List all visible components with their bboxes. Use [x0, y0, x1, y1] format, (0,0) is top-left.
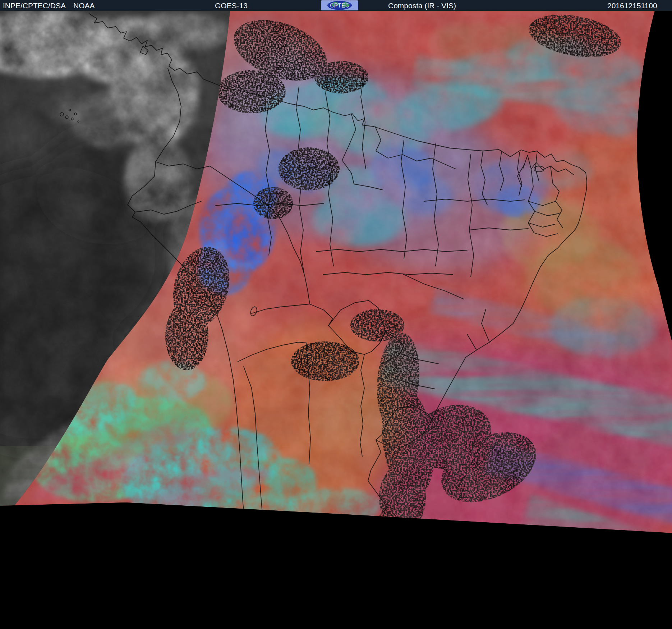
satellite-viewer: INPE/CPTEC/DSA NOAA GOES-13 Composta (IR…	[0, 0, 672, 629]
cptec-logo: CPTEC	[321, 0, 358, 10]
noaa-label: NOAA	[73, 0, 95, 11]
satellite-image	[0, 0, 672, 629]
product-label: Composta (IR - VIS)	[388, 0, 456, 11]
timestamp-label: 201612151100	[607, 0, 657, 11]
satellite-label: GOES-13	[215, 0, 248, 11]
cptec-logo-text: CPTEC	[330, 3, 350, 9]
agency-label: INPE/CPTEC/DSA	[3, 0, 66, 11]
